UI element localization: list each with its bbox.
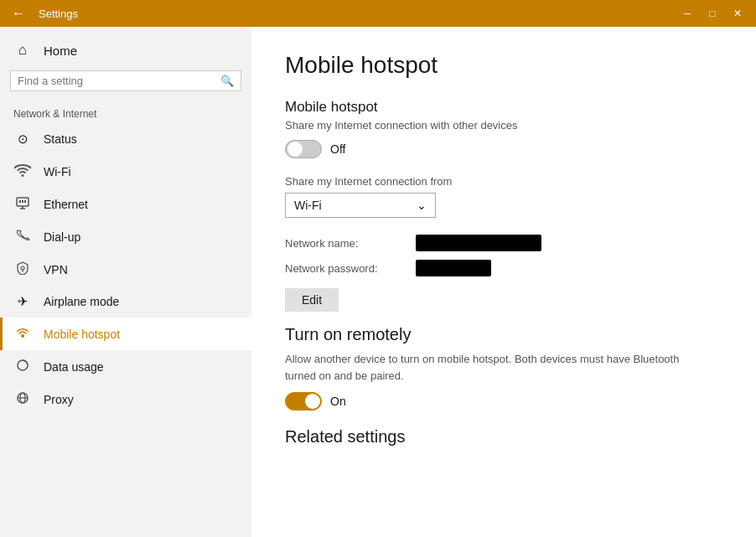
sidebar-item-label: Data usage bbox=[44, 360, 104, 374]
sidebar-item-label: VPN bbox=[44, 263, 68, 276]
hotspot-toggle[interactable] bbox=[285, 140, 322, 158]
ethernet-icon bbox=[13, 196, 32, 212]
network-name-row: Network name: bbox=[285, 235, 722, 251]
titlebar: ← Settings ─ □ ✕ bbox=[0, 0, 756, 27]
search-box[interactable]: 🔍 bbox=[10, 70, 241, 91]
sidebar-item-dialup[interactable]: Dial-up bbox=[0, 220, 251, 253]
sidebar-item-vpn[interactable]: VPN bbox=[0, 253, 251, 286]
close-button[interactable]: ✕ bbox=[726, 2, 749, 25]
hotspot-toggle-row: Off bbox=[285, 140, 722, 158]
back-button[interactable]: ← bbox=[7, 4, 30, 23]
svg-rect-1 bbox=[19, 200, 21, 203]
window-controls: ─ □ ✕ bbox=[676, 2, 749, 25]
sidebar-item-status[interactable]: ⊙ Status bbox=[0, 123, 251, 155]
proxy-icon bbox=[13, 391, 32, 407]
turn-on-title: Turn on remotely bbox=[285, 325, 722, 344]
network-password-row: Network password: bbox=[285, 260, 722, 276]
airplane-icon: ✈ bbox=[13, 294, 32, 309]
hotspot-section-title: Mobile hotspot bbox=[285, 99, 722, 116]
remotely-toggle-label: On bbox=[330, 395, 346, 408]
network-name-label: Network name: bbox=[285, 237, 402, 250]
sidebar: ⌂ Home 🔍 Network & Internet ⊙ Status Wi-… bbox=[0, 27, 251, 537]
search-icon: 🔍 bbox=[220, 75, 234, 87]
related-settings-section: Related settings bbox=[285, 427, 722, 447]
maximize-button[interactable]: □ bbox=[701, 2, 724, 25]
network-info-section: Network name: Network password: Edit bbox=[285, 235, 722, 312]
minimize-button[interactable]: ─ bbox=[676, 2, 699, 25]
svg-point-6 bbox=[21, 266, 24, 270]
share-from-label: Share my Internet connection from bbox=[285, 175, 722, 188]
sidebar-item-label: Proxy bbox=[44, 393, 74, 406]
sidebar-item-datausage[interactable]: Data usage bbox=[0, 350, 251, 383]
content-area: Mobile hotspot Mobile hotspot Share my I… bbox=[251, 27, 756, 537]
search-input[interactable] bbox=[18, 75, 220, 87]
sidebar-item-proxy[interactable]: Proxy bbox=[0, 383, 251, 416]
sidebar-item-label: Dial-up bbox=[44, 230, 80, 244]
remotely-toggle-row: On bbox=[285, 392, 722, 410]
app-body: ⌂ Home 🔍 Network & Internet ⊙ Status Wi-… bbox=[0, 27, 756, 537]
sidebar-home[interactable]: ⌂ Home bbox=[0, 27, 251, 70]
dialup-icon bbox=[13, 229, 32, 245]
svg-rect-2 bbox=[22, 200, 23, 203]
svg-rect-3 bbox=[24, 200, 26, 203]
status-icon: ⊙ bbox=[13, 132, 32, 147]
network-password-value bbox=[416, 260, 491, 276]
turn-on-desc: Allow another device to turn on mobile h… bbox=[285, 351, 704, 384]
page-title: Mobile hotspot bbox=[285, 52, 722, 79]
hotspot-toggle-label: Off bbox=[330, 142, 345, 156]
dropdown-selected: Wi-Fi bbox=[294, 199, 322, 212]
share-from-dropdown[interactable]: Wi-Fi ⌄ bbox=[285, 193, 436, 218]
hotspot-icon bbox=[13, 326, 32, 342]
chevron-down-icon: ⌄ bbox=[417, 199, 427, 212]
sidebar-item-hotspot[interactable]: Mobile hotspot bbox=[0, 318, 251, 350]
sidebar-item-label: Ethernet bbox=[44, 198, 88, 211]
vpn-icon bbox=[13, 261, 32, 277]
edit-button[interactable]: Edit bbox=[285, 288, 339, 312]
share-from-section: Share my Internet connection from Wi-Fi … bbox=[285, 175, 722, 218]
sidebar-item-ethernet[interactable]: Ethernet bbox=[0, 188, 251, 220]
datausage-icon bbox=[13, 359, 32, 374]
sidebar-item-wifi[interactable]: Wi-Fi bbox=[0, 155, 251, 188]
hotspot-section: Mobile hotspot Share my Internet connect… bbox=[285, 99, 722, 158]
sidebar-item-label: Wi-Fi bbox=[44, 165, 71, 178]
titlebar-title: Settings bbox=[39, 8, 78, 20]
sidebar-section-label: Network & Internet bbox=[0, 103, 251, 123]
home-icon: ⌂ bbox=[13, 42, 32, 59]
sidebar-item-label: Mobile hotspot bbox=[44, 328, 120, 341]
sidebar-item-airplane[interactable]: ✈ Airplane mode bbox=[0, 286, 251, 318]
network-name-value bbox=[416, 235, 541, 251]
remotely-toggle[interactable] bbox=[285, 392, 322, 410]
sidebar-item-label: Status bbox=[44, 132, 77, 146]
network-password-label: Network password: bbox=[285, 262, 402, 275]
wifi-icon bbox=[13, 163, 32, 179]
svg-point-8 bbox=[21, 334, 24, 338]
hotspot-section-desc: Share my Internet connection with other … bbox=[285, 119, 722, 132]
turn-on-remotely-section: Turn on remotely Allow another device to… bbox=[285, 325, 722, 410]
sidebar-item-label: Airplane mode bbox=[44, 295, 119, 308]
home-label: Home bbox=[44, 44, 77, 58]
related-settings-title: Related settings bbox=[285, 427, 722, 447]
